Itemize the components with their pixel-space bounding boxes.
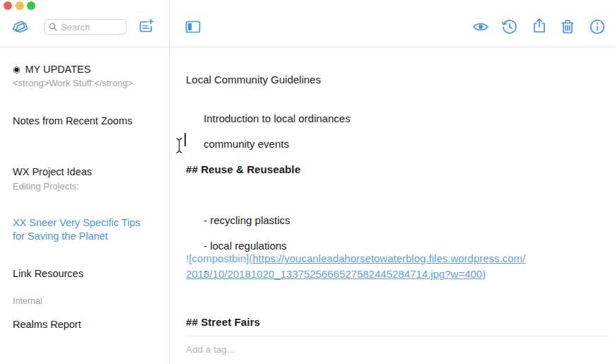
tags-icon[interactable] bbox=[11, 18, 30, 36]
list-line: - recycling plastics bbox=[204, 214, 291, 226]
trash-icon[interactable] bbox=[558, 18, 577, 36]
note-title: Notes from Recent Zooms bbox=[13, 115, 154, 128]
search-field[interactable] bbox=[44, 19, 127, 35]
list-item-wx-project-ideas[interactable]: WX Project Ideas Editing Projects: bbox=[13, 165, 154, 179]
list-item-notes-from-recent-zooms[interactable]: Notes from Recent Zooms bbox=[13, 115, 154, 128]
note-title: MY UPDATES bbox=[25, 64, 90, 75]
note-preview: Editing Projects: bbox=[13, 181, 79, 192]
note-list: ◉MY UPDATES <strong>Work Stuff:</strong>… bbox=[0, 47, 169, 364]
text-caret bbox=[184, 133, 186, 146]
editor-text-line: Introduction to local ordinances bbox=[204, 112, 351, 124]
list-item-link-resources[interactable]: Link Resources Internal bbox=[13, 267, 154, 281]
list-line: - local regulations bbox=[204, 240, 287, 252]
markdown-image-prefix: ![compostbin]( bbox=[186, 252, 252, 264]
editor-paragraph[interactable]: Introduction to local ordinances communi… bbox=[186, 100, 351, 163]
markdown-image-suffix: ) bbox=[482, 268, 486, 280]
note-title: Realms Report bbox=[13, 318, 154, 331]
list-item-my-updates[interactable]: ◉MY UPDATES <strong>Work Stuff:</strong> bbox=[13, 63, 154, 77]
editor-image-markdown: ![compostbin](https://youcanleadahorseto… bbox=[186, 251, 582, 282]
note-title: Link Resources bbox=[13, 267, 154, 281]
target-icon: ◉ bbox=[13, 64, 20, 74]
note-editor[interactable]: Local Community Guidelines Introduction … bbox=[170, 47, 615, 364]
minimize-window-button[interactable] bbox=[16, 1, 24, 10]
editor-text-line: community events bbox=[204, 138, 289, 150]
share-icon[interactable] bbox=[530, 17, 549, 35]
editor-heading[interactable]: ## Street Fairs bbox=[186, 316, 260, 329]
history-icon[interactable] bbox=[500, 18, 519, 36]
list-item-realms-report[interactable]: Realms Report bbox=[13, 318, 154, 331]
info-icon[interactable] bbox=[588, 18, 607, 36]
close-window-button[interactable] bbox=[4, 1, 12, 10]
zoom-window-button[interactable] bbox=[27, 1, 35, 10]
list-item-xx-sneer-tips[interactable]: XX Sneer Very Specific Tips for Saving t… bbox=[13, 216, 151, 243]
new-note-icon[interactable] bbox=[137, 17, 156, 35]
note-title: WX Project Ideas bbox=[13, 165, 154, 179]
editor-heading[interactable]: ## Reuse & Reuseable bbox=[186, 163, 300, 176]
editor-paragraph[interactable]: Local Community Guidelines bbox=[186, 74, 321, 86]
preview-eye-icon[interactable] bbox=[472, 18, 490, 36]
note-title: XX Sneer Very Specific Tips for Saving t… bbox=[13, 216, 151, 243]
tag-bar-divider bbox=[186, 336, 608, 336]
add-tag-input[interactable] bbox=[186, 344, 398, 355]
note-preview: <strong>Work Stuff:</strong> bbox=[13, 78, 133, 88]
search-input[interactable] bbox=[61, 22, 117, 33]
sidebar-toggle-icon[interactable] bbox=[184, 18, 202, 36]
app-window: ◉MY UPDATES <strong>Work Stuff:</strong>… bbox=[0, 0, 615, 364]
search-icon bbox=[49, 23, 57, 31]
note-preview: Internal bbox=[13, 296, 42, 306]
